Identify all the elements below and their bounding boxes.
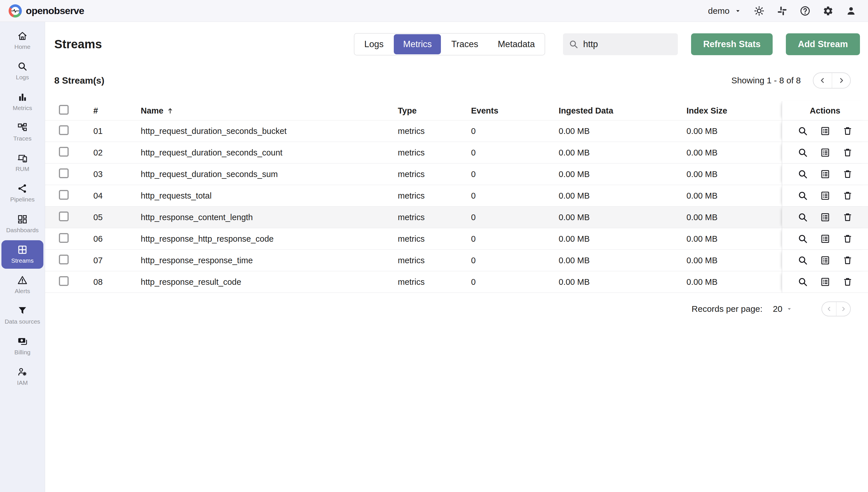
delete-button[interactable]	[842, 255, 853, 266]
sidebar-item-billing[interactable]: Billing	[1, 332, 43, 360]
stream-type: metrics	[398, 170, 471, 179]
user-gear-icon	[17, 367, 28, 377]
row-checkbox[interactable]	[59, 168, 69, 178]
row-checkbox[interactable]	[59, 190, 69, 200]
sidebar-item-iam[interactable]: IAM	[1, 362, 43, 391]
explore-icon	[798, 277, 808, 287]
table-row: 02 http_request_duration_seconds_count m…	[45, 142, 868, 163]
stream-details-button[interactable]	[820, 191, 831, 201]
delete-icon	[842, 277, 853, 287]
sidebar-item-logs[interactable]: Logs	[1, 57, 43, 85]
tab-metrics[interactable]: Metrics	[394, 34, 441, 54]
nodes-icon	[17, 122, 28, 133]
explore-button[interactable]	[798, 169, 808, 179]
sidebar-item-dashboards[interactable]: Dashboards	[1, 210, 43, 238]
stream-events: 0	[471, 191, 559, 201]
stream-details-button[interactable]	[820, 126, 831, 136]
org-name: demo	[708, 6, 730, 16]
sidebar-item-traces[interactable]: Traces	[1, 118, 43, 147]
explore-button[interactable]	[798, 126, 808, 136]
sidebar-item-data-sources[interactable]: Data sources	[1, 301, 43, 329]
sidebar-item-streams[interactable]: Streams	[1, 240, 43, 269]
stream-count: 8 Stream(s)	[54, 75, 104, 86]
stream-ingested: 0.00 MB	[559, 234, 687, 244]
delete-button[interactable]	[842, 147, 853, 158]
delete-button[interactable]	[842, 126, 853, 136]
stream-index-size: 0.00 MB	[687, 126, 782, 136]
explore-button[interactable]	[798, 277, 808, 287]
stream-events: 0	[471, 126, 559, 136]
table-row: 04 http_requests_total metrics 0 0.00 MB…	[45, 185, 868, 206]
records-per-page-select[interactable]: 20	[773, 304, 793, 314]
delete-button[interactable]	[842, 191, 853, 201]
stream-type: metrics	[398, 191, 471, 201]
sidebar-item-metrics[interactable]: Metrics	[1, 88, 43, 116]
stream-details-icon	[820, 277, 831, 287]
explore-button[interactable]	[798, 191, 808, 201]
stream-details-button[interactable]	[820, 233, 831, 244]
row-checkbox[interactable]	[59, 212, 69, 221]
stream-index-size: 0.00 MB	[687, 234, 782, 244]
col-index: #	[93, 106, 141, 116]
row-checkbox[interactable]	[59, 233, 69, 243]
theme-light-icon[interactable]	[754, 5, 765, 16]
delete-button[interactable]	[842, 169, 853, 179]
add-stream-button[interactable]: Add Stream	[786, 33, 860, 55]
row-checkbox[interactable]	[59, 255, 69, 264]
stream-type-tabs: Logs Metrics Traces Metadata	[354, 33, 545, 55]
stream-details-button[interactable]	[820, 169, 831, 179]
col-actions: Actions	[782, 101, 868, 120]
tab-logs[interactable]: Logs	[354, 34, 393, 55]
showing-range: Showing 1 - 8 of 8	[731, 76, 801, 85]
settings-icon[interactable]	[823, 5, 834, 16]
stream-type: metrics	[398, 148, 471, 157]
table-row: 06 http_response_http_response_code metr…	[45, 228, 868, 249]
stream-details-button[interactable]	[820, 255, 831, 266]
explore-button[interactable]	[798, 255, 808, 266]
stream-ingested: 0.00 MB	[559, 213, 687, 222]
row-checkbox[interactable]	[59, 147, 69, 157]
prev-page-button[interactable]	[822, 302, 836, 316]
sidebar-item-home[interactable]: Home	[1, 26, 43, 55]
tab-traces[interactable]: Traces	[441, 34, 488, 55]
row-number: 04	[93, 191, 141, 201]
help-icon[interactable]	[800, 5, 811, 16]
sidebar-item-rum[interactable]: RUM	[1, 149, 43, 177]
row-number: 06	[93, 234, 141, 244]
select-all-checkbox[interactable]	[59, 105, 69, 115]
search-input[interactable]	[583, 39, 672, 50]
stream-type: metrics	[398, 213, 471, 222]
tab-metadata[interactable]: Metadata	[488, 34, 544, 55]
delete-button[interactable]	[842, 212, 853, 222]
delete-button[interactable]	[842, 277, 853, 287]
delete-icon	[842, 212, 853, 222]
stream-details-button[interactable]	[820, 212, 831, 222]
explore-button[interactable]	[798, 212, 808, 222]
next-page-button[interactable]	[832, 73, 850, 88]
sidebar-item-alerts[interactable]: Alerts	[1, 271, 43, 299]
bottom-pagination	[821, 301, 851, 316]
sidebar-item-pipelines[interactable]: Pipelines	[1, 179, 43, 207]
slack-icon[interactable]	[777, 5, 788, 16]
profile-icon[interactable]	[846, 5, 857, 16]
stream-index-size: 0.00 MB	[687, 170, 782, 179]
org-selector[interactable]: demo	[708, 6, 742, 16]
explore-button[interactable]	[798, 147, 808, 158]
stream-name: http_response_content_length	[141, 213, 398, 222]
stream-details-button[interactable]	[820, 277, 831, 287]
next-page-button[interactable]	[836, 302, 850, 316]
stream-name: http_request_duration_seconds_sum	[141, 170, 398, 179]
explore-button[interactable]	[798, 233, 808, 244]
row-number: 07	[93, 256, 141, 265]
stream-details-button[interactable]	[820, 147, 831, 158]
stream-ingested: 0.00 MB	[559, 191, 687, 201]
prev-page-button[interactable]	[813, 73, 832, 88]
delete-button[interactable]	[842, 233, 853, 244]
stream-index-size: 0.00 MB	[687, 148, 782, 157]
col-index-size: Index Size	[687, 106, 782, 116]
row-checkbox[interactable]	[59, 125, 69, 135]
table-header: # Name Type Events Ingested Data Index S…	[45, 101, 868, 120]
refresh-stats-button[interactable]: Refresh Stats	[691, 33, 773, 55]
col-name[interactable]: Name	[141, 106, 398, 116]
row-checkbox[interactable]	[59, 276, 69, 286]
